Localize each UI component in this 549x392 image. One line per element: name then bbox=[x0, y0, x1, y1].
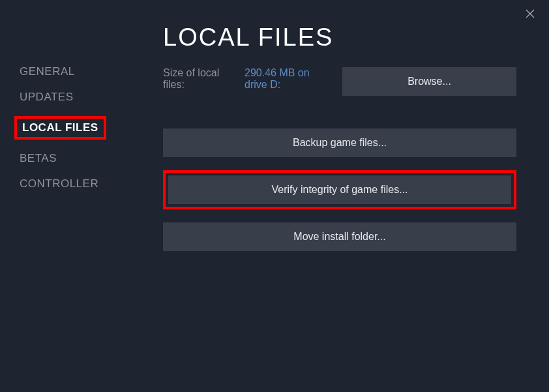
layout: GENERAL UPDATES LOCAL FILES BETAS CONTRO… bbox=[0, 0, 549, 392]
close-button[interactable] bbox=[524, 8, 536, 20]
main-content: LOCAL FILES Size of local files: 290.46 … bbox=[134, 0, 549, 392]
sidebar-item-updates[interactable]: UPDATES bbox=[20, 91, 74, 104]
highlight-local-files: LOCAL FILES bbox=[14, 116, 106, 140]
browse-button[interactable]: Browse... bbox=[342, 67, 516, 96]
close-icon bbox=[524, 8, 536, 20]
sidebar: GENERAL UPDATES LOCAL FILES BETAS CONTRO… bbox=[0, 0, 134, 392]
sidebar-item-general[interactable]: GENERAL bbox=[20, 65, 75, 78]
sidebar-item-controller[interactable]: CONTROLLER bbox=[20, 177, 98, 190]
move-folder-button[interactable]: Move install folder... bbox=[163, 222, 516, 251]
sidebar-item-local-files[interactable]: LOCAL FILES bbox=[22, 121, 98, 134]
size-info-row: Size of local files: 290.46 MB on drive … bbox=[163, 67, 516, 96]
settings-window: GENERAL UPDATES LOCAL FILES BETAS CONTRO… bbox=[0, 0, 549, 392]
highlight-verify: Verify integrity of game files... bbox=[163, 170, 516, 209]
sidebar-item-betas[interactable]: BETAS bbox=[20, 152, 57, 165]
size-value[interactable]: 290.46 MB on drive D: bbox=[245, 67, 329, 91]
backup-button[interactable]: Backup game files... bbox=[163, 128, 516, 157]
verify-integrity-button[interactable]: Verify integrity of game files... bbox=[168, 175, 511, 204]
page-title: LOCAL FILES bbox=[163, 23, 516, 52]
size-label: Size of local files: bbox=[163, 67, 231, 91]
